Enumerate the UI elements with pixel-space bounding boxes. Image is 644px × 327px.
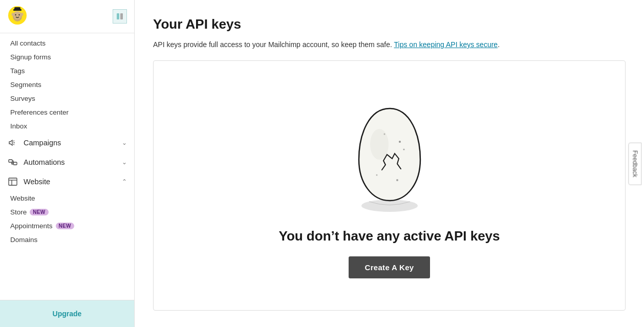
sidebar-section-website[interactable]: Website ⌃ [0,172,134,191]
sidebar-navigation: All contacts Signup forms Tags Segments … [0,33,134,300]
create-key-button[interactable]: Create A Key [349,256,431,278]
contacts-sub-items: All contacts Signup forms Tags Segments … [0,36,134,133]
mailchimp-logo-icon [7,5,28,26]
sidebar-section-automations[interactable]: Automations ⌄ [0,152,134,172]
svg-rect-9 [117,13,119,19]
sidebar-item-website[interactable]: Website [0,191,134,205]
website-sub-items: Website Store New Appointments New Domai… [0,191,134,247]
svg-point-20 [361,200,418,212]
sidebar-item-segments[interactable]: Segments [0,78,134,92]
sidebar-footer: Upgrade [0,300,134,327]
sidebar-item-preferences-center[interactable]: Preferences center [0,105,134,119]
sidebar-item-domains[interactable]: Domains [0,233,134,247]
svg-rect-8 [14,7,20,10]
svg-point-23 [403,148,404,150]
svg-point-25 [396,179,398,181]
website-icon [7,176,18,187]
sidebar: All contacts Signup forms Tags Segments … [0,0,135,327]
svg-point-26 [383,133,385,135]
svg-line-13 [13,144,14,145]
svg-point-3 [15,14,16,15]
upgrade-button[interactable]: Upgrade [7,307,127,321]
svg-point-22 [399,141,401,143]
svg-rect-10 [120,13,123,19]
page-title: Your API keys [153,16,626,32]
sidebar-section-campaigns[interactable]: Campaigns ⌄ [0,133,134,152]
sidebar-item-appointments[interactable]: Appointments New [0,219,134,233]
sidebar-item-tags[interactable]: Tags [0,64,134,78]
sidebar-item-signup-forms[interactable]: Signup forms [0,50,134,64]
store-new-badge: New [30,209,48,215]
svg-point-4 [18,14,19,15]
sidebar-item-all-contacts[interactable]: All contacts [0,36,134,50]
sidebar-header [0,0,134,33]
logo[interactable] [7,5,28,28]
website-chevron-icon: ⌃ [122,178,127,185]
svg-point-24 [376,174,377,176]
sidebar-item-store[interactable]: Store New [0,205,134,219]
svg-point-16 [12,163,13,164]
egg-illustration [338,93,441,216]
campaigns-chevron-icon: ⌄ [122,139,127,146]
svg-point-21 [370,129,389,160]
svg-point-2 [13,11,22,19]
svg-rect-17 [9,178,17,185]
campaigns-icon [7,137,18,148]
sidebar-item-surveys[interactable]: Surveys [0,92,134,105]
automations-chevron-icon: ⌄ [122,159,127,166]
feedback-tab[interactable]: Feedback [629,142,642,185]
api-keys-description: API keys provide full access to your Mai… [153,39,626,50]
svg-rect-14 [9,160,12,162]
svg-rect-15 [13,162,17,165]
api-keys-security-link[interactable]: Tips on keeping API keys secure [394,40,498,49]
svg-line-11 [13,141,14,141]
main-content: Your API keys API keys provide full acce… [135,0,644,327]
sidebar-item-inbox[interactable]: Inbox [0,119,134,133]
empty-state-title: You don’t have any active API keys [278,228,500,244]
appointments-new-badge: New [56,223,74,229]
automations-icon [7,157,18,168]
svg-point-5 [12,13,14,16]
sidebar-toggle-button[interactable] [113,9,127,24]
empty-state-card: You don’t have any active API keys Creat… [153,60,626,311]
svg-point-6 [21,13,24,16]
